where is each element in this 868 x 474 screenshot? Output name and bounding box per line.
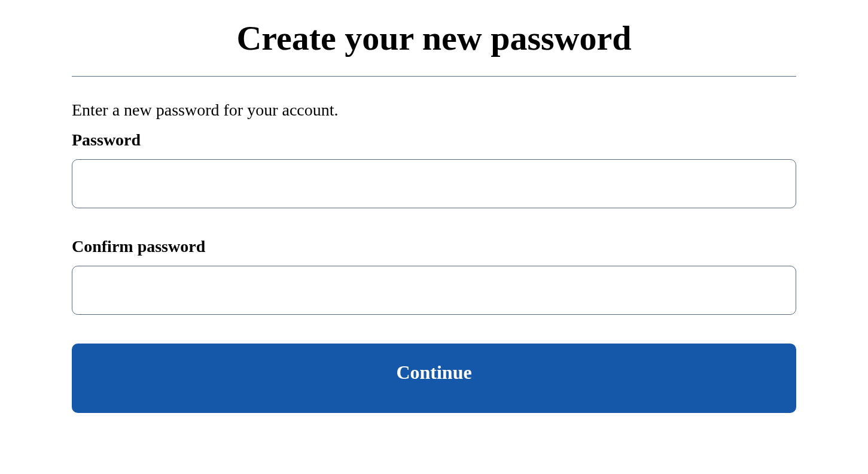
password-input[interactable] [72,159,796,208]
continue-button-label: Continue [396,361,471,384]
instruction-text: Enter a new password for your account. [72,101,796,120]
divider [72,76,796,77]
confirm-password-input[interactable] [72,266,796,315]
password-label: Password [72,130,796,150]
continue-button[interactable]: Continue [72,344,796,413]
page-title: Create your new password [72,18,796,58]
confirm-password-label: Confirm password [72,237,796,256]
